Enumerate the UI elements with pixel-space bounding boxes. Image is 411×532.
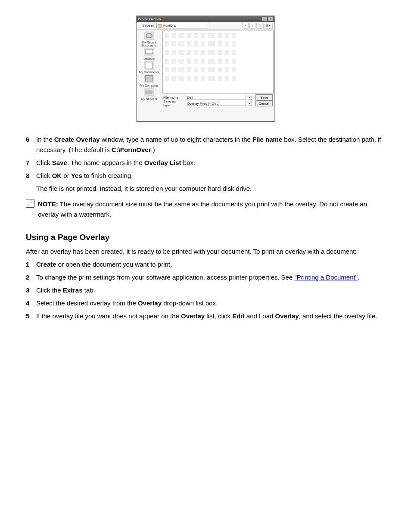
save-button[interactable]: Save bbox=[255, 94, 273, 100]
step: 1Create or open the document you want to… bbox=[26, 259, 385, 270]
note-icon bbox=[26, 199, 34, 208]
place-computer[interactable]: My Computer bbox=[137, 75, 161, 87]
paragraph: After an overlay has been created, it is… bbox=[26, 246, 385, 257]
section-heading: Using a Page Overlay bbox=[26, 231, 385, 244]
views-icon[interactable]: ▦▾ bbox=[263, 23, 273, 29]
step: 3Click the Extras tab. bbox=[26, 285, 385, 296]
step: 5If the overlay file you want does not a… bbox=[26, 311, 385, 321]
back-icon[interactable]: ‹ bbox=[243, 23, 249, 29]
cancel-button[interactable]: Cancel bbox=[255, 100, 273, 106]
up-icon[interactable]: ↑ bbox=[249, 23, 255, 29]
places-bar: My Recent Documents Desktop My Documents… bbox=[137, 30, 162, 108]
step: 4Select the desired overlay from the Ove… bbox=[26, 298, 385, 308]
help-icon[interactable]: ? bbox=[262, 17, 267, 21]
close-icon[interactable]: × bbox=[268, 17, 273, 21]
place-network[interactable]: My Network bbox=[137, 88, 161, 100]
note: NOTE: The overlay document size must be … bbox=[26, 199, 385, 220]
step: 8Click OK or Yes to finish creating. bbox=[26, 171, 385, 181]
printing-document-link[interactable]: "Printing a Document" bbox=[294, 274, 358, 281]
folder-icon bbox=[158, 24, 162, 28]
place-desktop[interactable]: Desktop bbox=[137, 48, 161, 60]
dialog-toolbar: Save in: FontDrw ‹ ↑ ✧ ▦▾ bbox=[137, 22, 274, 30]
paragraph: The file is not printed. Instead, it is … bbox=[36, 184, 385, 194]
step: 6In the Create Overlay window, type a na… bbox=[26, 134, 385, 155]
save-in-label: Save in: bbox=[138, 24, 155, 28]
new-folder-icon[interactable]: ✧ bbox=[256, 23, 262, 29]
place-recent[interactable]: My Recent Documents bbox=[137, 31, 161, 47]
save-as-type-combo[interactable]: Overlay Files (*.OVL) bbox=[186, 101, 246, 106]
save-in-combo[interactable]: FontDrw bbox=[156, 23, 208, 28]
save-in-value: FontDrw bbox=[163, 24, 176, 28]
file-name-dropdown-icon[interactable]: ▾ bbox=[248, 95, 252, 100]
dialog-title: Create Overlay bbox=[138, 17, 261, 21]
step: 2To change the print settings from your … bbox=[26, 272, 385, 283]
step: 7Click Save. The name appears in the Ove… bbox=[26, 158, 385, 168]
dialog-titlebar: Create Overlay ? × bbox=[137, 16, 274, 22]
file-list[interactable] bbox=[162, 31, 274, 93]
place-documents[interactable]: My Documents bbox=[137, 61, 161, 74]
file-name-label: File name: bbox=[163, 96, 184, 100]
create-overlay-dialog: Create Overlay ? × Save in: FontDrw ‹ ↑ … bbox=[136, 16, 275, 121]
save-as-type-label: Save as type: bbox=[163, 100, 184, 107]
file-name-input[interactable]: Dell bbox=[186, 95, 246, 100]
dialog-figure: Create Overlay ? × Save in: FontDrw ‹ ↑ … bbox=[26, 16, 385, 121]
save-as-type-dropdown-icon[interactable]: ▾ bbox=[248, 101, 252, 106]
